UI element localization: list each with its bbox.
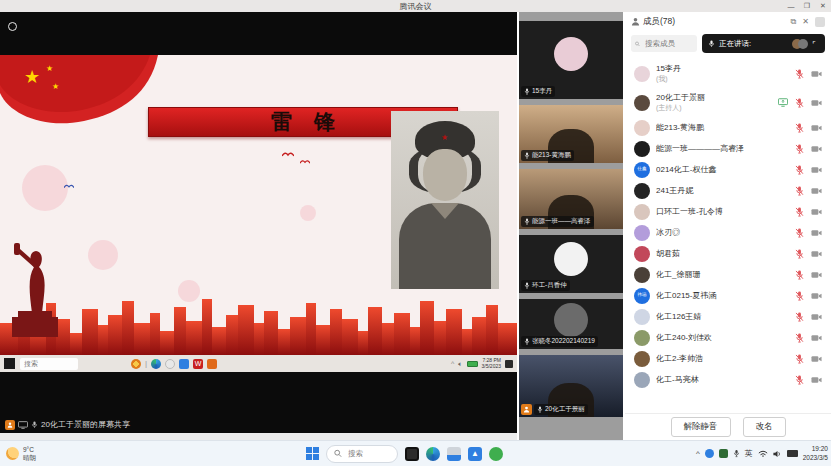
video-tile[interactable]: 张晓冬202202140219: [519, 299, 623, 349]
mic-muted-icon[interactable]: [795, 123, 804, 133]
camera-off-icon[interactable]: [811, 229, 822, 237]
wps-icon[interactable]: W: [193, 359, 203, 369]
start-button[interactable]: [306, 447, 319, 460]
video-tile[interactable]: 环工-吕香仲: [519, 235, 623, 293]
mic-muted-icon[interactable]: [795, 165, 804, 175]
member-search[interactable]: [631, 35, 697, 52]
mic-muted-icon[interactable]: [795, 207, 804, 217]
weather-icon: [6, 447, 19, 460]
mic-muted-icon[interactable]: [795, 312, 804, 322]
video-tile[interactable]: 15李丹: [519, 21, 623, 99]
participant-row[interactable]: 仕鑫 0214化工-权仕鑫: [625, 159, 831, 180]
participant-row[interactable]: 口环工一班-孔令博: [625, 201, 831, 222]
avatar: [634, 309, 650, 325]
mic-muted-icon[interactable]: [795, 375, 804, 385]
app-window-icon[interactable]: [405, 447, 419, 461]
camera-off-icon[interactable]: [811, 376, 822, 384]
camera-off-icon[interactable]: [811, 187, 822, 195]
participant-row[interactable]: 能源一班————高睿泽: [625, 138, 831, 159]
unmute-button[interactable]: 解除静音: [671, 417, 731, 437]
mic-muted-icon[interactable]: [795, 98, 804, 108]
notification-icon[interactable]: [505, 360, 513, 368]
tray-overflow-icon[interactable]: ^: [451, 360, 454, 367]
participant-row[interactable]: 冰刃◎: [625, 222, 831, 243]
camera-off-icon[interactable]: [811, 208, 822, 216]
rename-button[interactable]: 改名: [743, 417, 786, 437]
shared-search-input[interactable]: [20, 358, 78, 370]
participant-row[interactable]: 241王丹妮: [625, 180, 831, 201]
audio-device-icon[interactable]: [447, 447, 461, 461]
app-icon[interactable]: [165, 359, 175, 369]
volume-icon[interactable]: 🔈︎: [458, 360, 462, 368]
tile-mic-icon: [524, 152, 530, 159]
participant-row[interactable]: 化工240-刘佳欢: [625, 327, 831, 348]
mic-muted-icon[interactable]: [795, 270, 804, 280]
tray-green-icon[interactable]: [719, 449, 728, 458]
input-language[interactable]: 英: [745, 448, 753, 459]
mic-muted-icon[interactable]: [795, 291, 804, 301]
shared-start-icon[interactable]: [4, 358, 15, 369]
close-panel-icon[interactable]: ✕: [802, 17, 809, 26]
battery-icon[interactable]: [787, 450, 798, 457]
participant-row[interactable]: 15李丹 (我): [625, 59, 831, 88]
video-tile[interactable]: 能213-黄海鹏: [519, 105, 623, 163]
tray-clock[interactable]: 19:20 2023/3/5: [803, 445, 828, 461]
tile-label: 能213-黄海鹏: [521, 150, 574, 161]
participant-row[interactable]: 化工_徐丽珊: [625, 264, 831, 285]
taskbar-search-input[interactable]: [346, 448, 390, 459]
participant-row[interactable]: 化工2-李帅浩: [625, 348, 831, 369]
camera-off-icon[interactable]: [811, 124, 822, 132]
mic-muted-icon[interactable]: [795, 186, 804, 196]
mic-muted-icon[interactable]: [795, 144, 804, 154]
meeting-app-icon[interactable]: [179, 359, 189, 369]
shared-clock: 7:28 PM 3/5/2023: [482, 358, 501, 370]
camera-off-icon[interactable]: [811, 334, 822, 342]
weather-app-icon[interactable]: [131, 359, 141, 369]
participant-row[interactable]: 化工126王婧: [625, 306, 831, 327]
camera-off-icon[interactable]: [811, 271, 822, 279]
member-search-input[interactable]: [643, 38, 693, 49]
participant-row[interactable]: 祎涵 化工0215-夏祎涵: [625, 285, 831, 306]
weather-widget[interactable]: 9°C 晴朗: [6, 446, 36, 462]
mic-muted-icon[interactable]: [795, 69, 804, 79]
tray-overflow-icon[interactable]: ^: [696, 449, 700, 458]
minimize-button[interactable]: —: [783, 0, 799, 12]
volume-icon[interactable]: [773, 450, 782, 458]
wifi-icon[interactable]: [758, 450, 768, 458]
camera-off-icon[interactable]: [811, 250, 822, 258]
edge-icon[interactable]: [151, 359, 161, 369]
mic-muted-icon[interactable]: [795, 333, 804, 343]
wechat-icon[interactable]: [489, 447, 503, 461]
annotation-icon[interactable]: [8, 22, 17, 31]
camera-off-icon[interactable]: [811, 99, 822, 107]
mic-muted-icon[interactable]: [795, 354, 804, 364]
camera-off-icon[interactable]: [811, 166, 822, 174]
tray-mic-icon[interactable]: [733, 449, 740, 458]
edge-icon[interactable]: [426, 447, 440, 461]
participant-row[interactable]: 胡君茹: [625, 243, 831, 264]
camera-off-icon[interactable]: [811, 355, 822, 363]
participant-row[interactable]: 能213-黄海鹏: [625, 117, 831, 138]
tray-app-icon[interactable]: [705, 449, 714, 458]
speaking-indicator[interactable]: 正在讲话: ⌃: [702, 34, 825, 53]
video-tile[interactable]: 能源一班——高睿泽: [519, 169, 623, 229]
video-tile[interactable]: 20化工于景丽: [519, 355, 623, 417]
popout-icon[interactable]: ⧉: [791, 17, 797, 27]
camera-off-icon[interactable]: [811, 292, 822, 300]
powerpoint-icon[interactable]: [207, 359, 217, 369]
mic-muted-icon[interactable]: [795, 228, 804, 238]
camera-off-icon[interactable]: [811, 313, 822, 321]
collapse-arrow-icon[interactable]: ⌃: [810, 38, 821, 49]
close-button[interactable]: ✕: [815, 0, 831, 12]
camera-off-icon[interactable]: [811, 70, 822, 78]
participant-name: 化工240-刘佳欢: [656, 332, 789, 343]
tile-name: 环工-吕香仲: [532, 282, 567, 289]
participant-sub: (我): [656, 74, 789, 84]
participant-row[interactable]: 化工-马亮林: [625, 369, 831, 390]
camera-off-icon[interactable]: [811, 145, 822, 153]
maximize-button[interactable]: ❐: [799, 0, 815, 12]
meeting-app-icon[interactable]: ▲: [468, 447, 482, 461]
taskbar-search[interactable]: [326, 445, 398, 463]
mic-muted-icon[interactable]: [795, 249, 804, 259]
participant-row[interactable]: 20化工于景丽 (主持人): [625, 88, 831, 117]
